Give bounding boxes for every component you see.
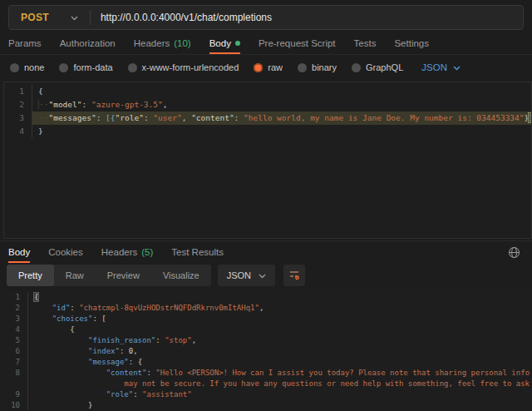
code-line: 6"index": 0, bbox=[0, 346, 532, 357]
code-text: "index": 0, bbox=[28, 346, 532, 357]
response-headers-count-badge: (5) bbox=[141, 247, 153, 257]
code-line: 8"content": "Hello <PERSON>! How can I a… bbox=[0, 368, 532, 379]
wrap-text-icon bbox=[288, 269, 300, 283]
line-number: 2 bbox=[4, 98, 32, 111]
mode-binary[interactable]: binary bbox=[298, 62, 337, 72]
code-line: 10} bbox=[0, 400, 532, 410]
mode-graphql[interactable]: GraphQL bbox=[352, 62, 403, 72]
tab-params[interactable]: Params bbox=[8, 32, 42, 54]
line-number bbox=[0, 379, 28, 389]
tab-cookies[interactable]: Cookies bbox=[48, 241, 83, 263]
code-line[interactable]: 3··"messages": [{"role": "user", "conten… bbox=[4, 111, 531, 125]
chevron-down-icon bbox=[453, 62, 461, 72]
code-text: { bbox=[32, 85, 531, 98]
tab-tests[interactable]: Tests bbox=[354, 32, 377, 54]
tab-body[interactable]: Body bbox=[209, 32, 240, 54]
code-text: } bbox=[32, 125, 531, 138]
body-modified-dot bbox=[235, 41, 240, 46]
response-tabs: Body Cookies Headers (5) Test Results bbox=[0, 241, 532, 263]
code-text: { bbox=[28, 292, 532, 303]
code-line: 9"role": "assistant" bbox=[0, 389, 532, 400]
mode-raw[interactable]: raw bbox=[254, 62, 283, 72]
url-bar: POST bbox=[8, 5, 524, 30]
response-body-editor: 1{2"id": "chatcmpl-8qvUzHODstrNQFDdRkrnv… bbox=[0, 290, 532, 410]
line-number: 1 bbox=[0, 292, 28, 303]
radio-icon bbox=[10, 63, 19, 72]
chevron-down-icon bbox=[259, 270, 266, 280]
code-text: ··"messages": [{"role": "user", "content… bbox=[32, 111, 531, 125]
request-tabs: Params Authorization Headers (10) Body P… bbox=[0, 32, 532, 55]
radio-icon bbox=[128, 63, 137, 72]
line-number: 9 bbox=[0, 389, 28, 400]
line-number: 3 bbox=[0, 314, 28, 324]
raw-language-dropdown[interactable]: JSON bbox=[421, 62, 461, 72]
line-number: 4 bbox=[4, 125, 32, 138]
line-number: 8 bbox=[0, 368, 28, 379]
view-visualize[interactable]: Visualize bbox=[151, 265, 211, 286]
mode-x-www-form-urlencoded[interactable]: x-www-form-urlencoded bbox=[128, 62, 239, 72]
view-preview[interactable]: Preview bbox=[96, 265, 151, 286]
line-number: 6 bbox=[0, 346, 28, 357]
radio-icon bbox=[59, 63, 68, 72]
mode-form-data[interactable]: form-data bbox=[59, 62, 112, 72]
headers-count-badge: (10) bbox=[174, 38, 190, 48]
tab-pre-request-script[interactable]: Pre-request Script bbox=[259, 32, 336, 54]
code-text: may not be secure. If you have any quest… bbox=[28, 379, 532, 389]
tab-settings[interactable]: Settings bbox=[394, 32, 429, 54]
tab-test-results[interactable]: Test Results bbox=[171, 241, 224, 263]
code-line: 4{ bbox=[0, 324, 532, 335]
code-line: 5"finish_reason": "stop", bbox=[0, 335, 532, 346]
request-body-editor[interactable]: 1{2··"model": "azure-gpt-3.5",3··"messag… bbox=[3, 82, 532, 239]
view-mode-segmented-control: Pretty Raw Preview Visualize bbox=[7, 265, 211, 286]
code-text: } bbox=[28, 400, 532, 410]
code-text: "finish_reason": "stop", bbox=[28, 335, 532, 346]
code-text: "choices": [ bbox=[28, 314, 532, 324]
code-line: 7"message": { bbox=[0, 357, 532, 368]
code-line[interactable]: 4} bbox=[4, 125, 531, 138]
request-url-bar: POST bbox=[0, 0, 532, 30]
line-number: 7 bbox=[0, 357, 28, 368]
code-text: "role": "assistant" bbox=[28, 389, 532, 400]
line-number: 10 bbox=[0, 400, 28, 410]
code-line[interactable]: 2··"model": "azure-gpt-3.5", bbox=[4, 98, 531, 111]
code-text: "id": "chatcmpl-8qvUzHODstrNQFDdRkrnv0mI… bbox=[28, 303, 532, 314]
view-raw[interactable]: Raw bbox=[54, 265, 96, 286]
line-number: 1 bbox=[4, 85, 32, 98]
code-line: 2"id": "chatcmpl-8qvUzHODstrNQFDdRkrnv0m… bbox=[0, 303, 532, 314]
radio-icon bbox=[352, 63, 361, 72]
response-section: Body Cookies Headers (5) Test Results Pr… bbox=[0, 240, 532, 410]
wrap-text-button[interactable] bbox=[283, 265, 305, 286]
tab-headers[interactable]: Headers (10) bbox=[134, 32, 191, 54]
line-number: 2 bbox=[0, 303, 28, 314]
code-text: "content": "Hello <PERSON>! How can I as… bbox=[28, 368, 532, 379]
url-input[interactable] bbox=[91, 12, 523, 23]
view-pretty[interactable]: Pretty bbox=[7, 265, 54, 286]
line-number: 4 bbox=[0, 324, 28, 335]
code-line: 1{ bbox=[0, 292, 532, 303]
code-text: ··"model": "azure-gpt-3.5", bbox=[32, 98, 531, 111]
response-toolbar: Pretty Raw Preview Visualize JSON bbox=[0, 263, 532, 290]
code-line: may not be secure. If you have any quest… bbox=[0, 379, 532, 389]
tab-response-body[interactable]: Body bbox=[8, 241, 30, 263]
code-line[interactable]: 1{ bbox=[4, 85, 531, 98]
method-dropdown[interactable]: POST bbox=[9, 6, 90, 29]
code-line: 3"choices": [ bbox=[0, 314, 532, 324]
globe-icon[interactable] bbox=[508, 241, 520, 263]
body-mode-row: none form-data x-www-form-urlencoded raw… bbox=[0, 55, 532, 80]
response-format-dropdown[interactable]: JSON bbox=[218, 265, 275, 286]
code-text: "message": { bbox=[28, 357, 532, 368]
line-number: 5 bbox=[0, 335, 28, 346]
line-number: 3 bbox=[4, 111, 32, 125]
chevron-down-icon bbox=[71, 12, 78, 23]
tab-authorization[interactable]: Authorization bbox=[60, 32, 116, 54]
radio-icon bbox=[298, 63, 307, 72]
code-text: { bbox=[28, 324, 532, 335]
method-label: POST bbox=[21, 12, 49, 23]
radio-selected-icon bbox=[254, 63, 263, 72]
tab-response-headers[interactable]: Headers (5) bbox=[101, 241, 154, 263]
mode-none[interactable]: none bbox=[10, 62, 44, 72]
